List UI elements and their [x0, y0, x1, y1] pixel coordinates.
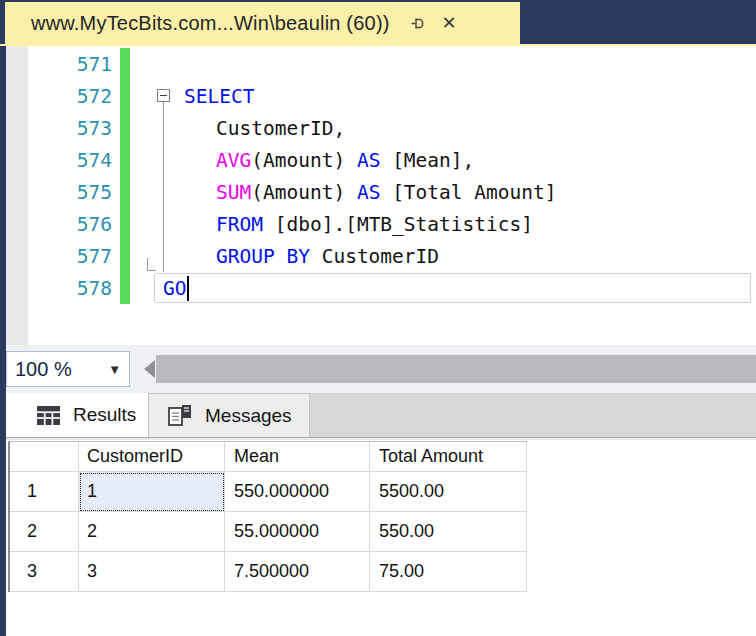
text-cursor [187, 276, 189, 301]
grid-row: 337.50000075.00 [10, 552, 527, 592]
zoom-level-dropdown[interactable]: 100 % ▼ [6, 351, 130, 387]
grid-cell[interactable]: 2 [79, 512, 225, 552]
editor-bottom-bar: 100 % ▼ [6, 345, 756, 393]
change-tracking-bar [120, 112, 130, 144]
grid-cell[interactable]: 5500.00 [370, 472, 527, 512]
code-text: SUM(Amount) AS [Total Amount] [184, 181, 557, 204]
code-token: CustomerID, [216, 117, 345, 140]
results-grid-icon [36, 405, 61, 426]
chevron-down-icon: ▼ [108, 362, 121, 377]
grid-cell[interactable]: 3 [79, 552, 225, 592]
code-token: FROM [216, 213, 263, 236]
line-number: 577 [28, 245, 120, 268]
tab-messages[interactable]: Messages [148, 393, 310, 437]
document-tab[interactable]: www.MyTecBits.com...Win\beaulin (60)) ✕ [5, 2, 520, 44]
ssms-window: www.MyTecBits.com...Win\beaulin (60)) ✕ … [0, 0, 756, 636]
code-token: AVG [216, 149, 251, 172]
code-token: SELECT [184, 85, 254, 108]
code-text: AVG(Amount) AS [Mean], [184, 149, 474, 172]
code-text: CustomerID, [184, 117, 345, 140]
results-pane: CustomerIDMeanTotal Amount11550.00000055… [6, 437, 756, 636]
results-tabbar: Results Messages [6, 393, 756, 437]
outline-margin [152, 48, 184, 80]
code-line[interactable]: 571 [6, 48, 756, 80]
outline-margin [152, 176, 184, 208]
grid-cell[interactable]: 1 [79, 472, 225, 512]
grid-row-header[interactable]: 2 [10, 512, 79, 552]
code-token: GO [163, 277, 186, 300]
code-line[interactable]: 573CustomerID, [6, 112, 756, 144]
change-tracking-bar [120, 240, 130, 272]
line-number: 574 [28, 149, 120, 172]
grid-row-header[interactable]: 1 [10, 472, 79, 512]
grid-header-row: CustomerIDMeanTotal Amount [10, 442, 527, 472]
tab-messages-label: Messages [205, 405, 292, 427]
code-token: CustomerID [310, 245, 439, 268]
tab-results[interactable]: Results [6, 393, 148, 437]
outline-margin [152, 208, 184, 240]
code-text: SELECT [184, 85, 254, 108]
change-tracking-bar [120, 144, 130, 176]
code-token: AS [357, 181, 380, 204]
grid-column-header[interactable]: Mean [225, 442, 370, 472]
grid-cell[interactable]: 550.00 [370, 512, 527, 552]
code-token: [Total Amount] [380, 181, 556, 204]
code-text: FROM [dbo].[MTB_Statistics] [184, 213, 533, 236]
code-line[interactable]: 574AVG(Amount) AS [Mean], [6, 144, 756, 176]
change-tracking-bar [120, 80, 130, 112]
grid-column-header[interactable]: Total Amount [370, 442, 527, 472]
line-number: 572 [28, 85, 120, 108]
document-tab-title: www.MyTecBits.com...Win\beaulin (60)) [31, 12, 390, 35]
code-line[interactable]: 575SUM(Amount) AS [Total Amount] [6, 176, 756, 208]
current-line: GO [154, 273, 751, 303]
outline-region-end-icon [147, 258, 156, 271]
grid-row-header[interactable]: 3 [10, 552, 79, 592]
grid-row: 2255.000000550.00 [10, 512, 527, 552]
line-number: 576 [28, 213, 120, 236]
change-tracking-bar [120, 176, 130, 208]
code-token: AS [357, 149, 380, 172]
pin-icon[interactable] [410, 15, 426, 31]
outline-margin [152, 112, 184, 144]
grid-cell[interactable]: 550.000000 [225, 472, 370, 512]
line-number: 571 [28, 53, 120, 76]
collapse-minus-icon[interactable] [152, 80, 184, 112]
code-line[interactable]: 577GROUP BY CustomerID [6, 240, 756, 272]
close-icon[interactable]: ✕ [442, 14, 457, 32]
scroll-left-arrow-icon[interactable] [144, 360, 155, 378]
code-token: GROUP BY [216, 245, 310, 268]
code-text: GROUP BY CustomerID [184, 245, 439, 268]
line-number: 573 [28, 117, 120, 140]
grid-row: 11550.0000005500.00 [10, 472, 527, 512]
change-tracking-bar [120, 48, 130, 80]
change-tracking-bar [120, 272, 130, 304]
tab-results-label: Results [73, 404, 136, 426]
code-token: SUM [216, 181, 251, 204]
line-number: 575 [28, 181, 120, 204]
grid-cell[interactable]: 7.500000 [225, 552, 370, 592]
code-lines: 571572SELECT573CustomerID,574AVG(Amount)… [6, 48, 756, 304]
outline-margin [152, 144, 184, 176]
code-token: [dbo].[MTB_Statistics] [263, 213, 533, 236]
change-tracking-bar [120, 208, 130, 240]
grid-cell[interactable]: 55.000000 [225, 512, 370, 552]
results-grid[interactable]: CustomerIDMeanTotal Amount11550.00000055… [8, 441, 527, 592]
code-token: (Amount) [251, 181, 357, 204]
document-tabbar: www.MyTecBits.com...Win\beaulin (60)) ✕ [0, 0, 756, 46]
code-token: [Mean], [380, 149, 474, 172]
outline-margin [152, 240, 184, 272]
messages-icon [167, 404, 193, 428]
zoom-level-value: 100 % [15, 358, 108, 381]
code-line[interactable]: 578GO [6, 272, 756, 304]
grid-column-header[interactable]: CustomerID [79, 442, 225, 472]
code-token: (Amount) [251, 149, 357, 172]
code-line[interactable]: 572SELECT [6, 80, 756, 112]
horizontal-scrollbar[interactable] [130, 345, 756, 393]
code-line[interactable]: 576FROM [dbo].[MTB_Statistics] [6, 208, 756, 240]
scrollbar-thumb[interactable] [156, 355, 756, 383]
grid-cell[interactable]: 75.00 [370, 552, 527, 592]
grid-corner-cell[interactable] [10, 442, 79, 472]
code-editor[interactable]: 571572SELECT573CustomerID,574AVG(Amount)… [6, 46, 756, 345]
line-number: 578 [28, 277, 120, 300]
